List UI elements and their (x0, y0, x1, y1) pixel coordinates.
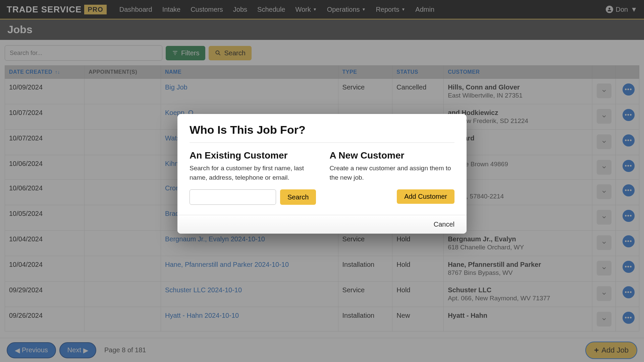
existing-desc: Search for a customer by first name, las… (190, 164, 316, 182)
modal-overlay[interactable]: Who Is This Job For? An Existing Custome… (0, 0, 644, 362)
new-title: A New Customer (329, 150, 454, 161)
existing-customer-section: An Existing Customer Search for a custom… (190, 150, 316, 205)
divider (190, 142, 454, 143)
new-desc: Create a new customer and assign them to… (329, 164, 454, 182)
add-customer-button[interactable]: Add Customer (397, 189, 454, 204)
new-customer-section: A New Customer Create a new customer and… (329, 150, 454, 205)
customer-search-input[interactable] (190, 189, 276, 205)
cancel-button[interactable]: Cancel (434, 221, 454, 228)
existing-title: An Existing Customer (190, 150, 316, 161)
modal-title: Who Is This Job For? (190, 123, 454, 136)
new-job-modal: Who Is This Job For? An Existing Custome… (177, 114, 467, 234)
customer-search-button[interactable]: Search (280, 189, 316, 205)
modal-footer: Cancel (177, 215, 467, 234)
